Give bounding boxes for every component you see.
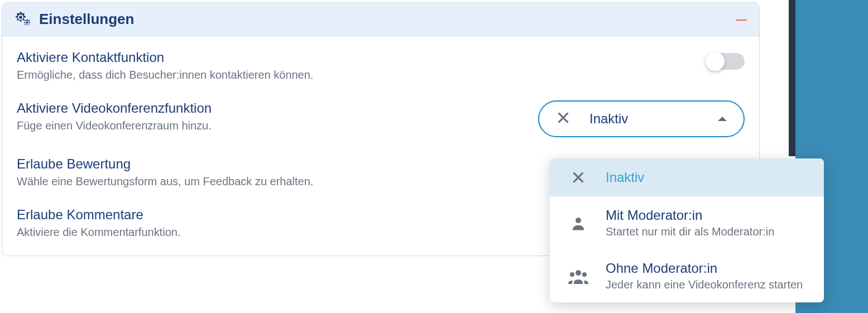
svg-point-5 [576,270,581,276]
option-title: Ohne Moderator:in [606,261,803,276]
svg-point-6 [570,272,574,277]
setting-desc: Füge einen Videokonferenzraum hinzu. [17,119,212,132]
setting-desc: Aktiviere die Kommentarfunktion. [17,226,180,239]
setting-title: Aktiviere Kontaktfunktion [17,50,313,65]
setting-desc: Wähle eine Bewertungsform aus, um Feedba… [17,175,313,188]
contact-toggle[interactable] [707,53,745,70]
option-text: Inaktiv [606,170,644,185]
setting-title: Aktiviere Videokonferenzfunktion [17,100,212,116]
people-icon [567,268,590,284]
setting-desc: Ermögliche, dass dich Besucher:innen kon… [17,69,313,81]
option-subtitle: Jeder kann eine Videokonferenz starten [606,278,803,291]
setting-title: Erlaube Kommentare [17,207,180,223]
panel-title: Einstellungen [39,11,134,28]
person-icon [567,215,590,232]
toggle-knob [706,52,725,71]
close-icon [567,170,590,185]
svg-point-7 [582,272,587,277]
svg-point-4 [576,218,581,223]
collapse-button[interactable]: — [736,13,747,26]
dark-strip [789,0,795,156]
dropdown-option-with-moderator[interactable]: Mit Moderator:in Startet nur mit dir als… [550,196,824,249]
gears-icon [15,12,31,27]
dropdown-selected-label: Inaktiv [589,111,699,127]
chevron-up-icon [718,117,727,121]
setting-text: Aktiviere Videokonferenzfunktion Füge ei… [17,100,212,132]
video-mode-dropdown-menu: Inaktiv Mit Moderator:in Startet nur mit… [550,158,824,302]
close-icon [556,110,570,127]
panel-header: Einstellungen — [2,3,759,36]
setting-text: Aktiviere Kontaktfunktion Ermögliche, da… [17,50,313,81]
setting-row-video: Aktiviere Videokonferenzfunktion Füge ei… [17,100,745,137]
setting-text: Erlaube Bewertung Wähle eine Bewertungsf… [17,156,313,188]
option-title: Inaktiv [606,170,644,185]
setting-row-contact: Aktiviere Kontaktfunktion Ermögliche, da… [17,50,745,81]
option-text: Mit Moderator:in Startet nur mit dir als… [606,208,774,238]
setting-title: Erlaube Bewertung [17,156,313,172]
option-title: Mit Moderator:in [606,208,774,223]
option-subtitle: Startet nur mit dir als Moderator:in [606,225,774,238]
dropdown-option-inactive[interactable]: Inaktiv [550,158,824,196]
video-mode-dropdown[interactable]: Inaktiv [538,100,745,137]
setting-text: Erlaube Kommentare Aktiviere die Komment… [17,207,180,239]
dropdown-option-without-moderator[interactable]: Ohne Moderator:in Jeder kann eine Videok… [550,249,824,302]
option-text: Ohne Moderator:in Jeder kann eine Videok… [606,261,803,291]
